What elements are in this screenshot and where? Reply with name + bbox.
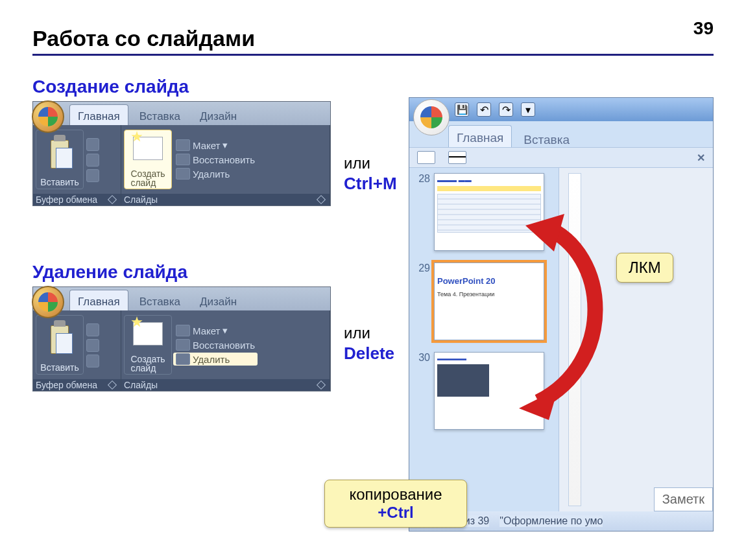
callout-copy: копирование +Ctrl xyxy=(324,480,467,528)
slide-thumb-29[interactable]: PowerPoint 20 Тема 4. Презентации xyxy=(434,262,544,340)
office-button-icon-2 xyxy=(32,286,64,318)
reset-button-2[interactable]: Восстановить xyxy=(173,338,258,351)
section-heading-create: Создание слайда xyxy=(32,76,383,97)
new-slide-label-2: Создать слайд xyxy=(130,355,165,373)
format-painter-icon-2[interactable] xyxy=(86,355,99,368)
slides-group-label-2: Слайды xyxy=(124,380,158,390)
callout-lmb: ЛКМ xyxy=(616,253,673,283)
office-button-icon xyxy=(32,100,64,133)
slide-title: Работа со слайдами xyxy=(32,26,714,51)
slide-thumbnail-panel: 28 ▬▬▬ ▬▬ 29 PowerPoint 20 Тема 4. Презе… xyxy=(409,168,559,511)
layout-button[interactable]: Макет ▾ xyxy=(173,139,258,152)
format-painter-icon[interactable] xyxy=(86,169,99,182)
delete-slide-button[interactable]: Удалить xyxy=(173,167,258,180)
ribbon-tab-design[interactable]: Дизайн xyxy=(191,104,245,125)
slides-dialog-icon[interactable] xyxy=(317,195,326,204)
reset-label-2: Восстановить xyxy=(193,340,255,351)
pp-tab-insert[interactable]: Вставка xyxy=(523,133,570,147)
hotkey-ctrl-m: Ctrl+M xyxy=(344,174,397,194)
cut-icon[interactable] xyxy=(86,138,99,151)
callout-lmb-text: ЛКМ xyxy=(629,259,661,276)
section-heading-delete: Удаление слайда xyxy=(32,262,383,283)
paste-button[interactable]: Вставить xyxy=(36,130,84,189)
clipboard-dialog-icon[interactable] xyxy=(108,195,117,204)
slides-pane-icon[interactable] xyxy=(417,151,435,164)
slides-dialog-icon-2[interactable] xyxy=(317,380,326,390)
ribbon-tab-insert-2[interactable]: Вставка xyxy=(131,290,189,310)
hotkey-delete: Delete xyxy=(344,344,394,364)
page-number: 39 xyxy=(693,18,714,39)
paste-button-2[interactable]: Вставить xyxy=(36,315,84,375)
copy-icon-2[interactable] xyxy=(86,339,99,352)
cut-icon-2[interactable] xyxy=(86,323,99,336)
clipboard-group-label: Буфер обмена xyxy=(36,194,97,205)
title-underline xyxy=(32,54,714,56)
layout-button-2[interactable]: Макет ▾ xyxy=(173,324,258,337)
callout-copy-text: копирование xyxy=(349,485,442,503)
slides-group-label: Слайды xyxy=(124,194,158,205)
thumb29-title: PowerPoint 20 xyxy=(437,276,541,286)
slide-thumb-28[interactable]: ▬▬▬ ▬▬ xyxy=(434,173,544,251)
thumb-number-28: 28 xyxy=(415,173,430,185)
delete-label: Удалить xyxy=(193,169,230,180)
reset-button[interactable]: Восстановить xyxy=(173,153,258,166)
callout-copy-hotkey: +Ctrl xyxy=(378,504,413,521)
status-theme: "Оформление по умо xyxy=(499,515,603,527)
layout-label: Макет xyxy=(193,140,220,151)
ribbon-screenshot-create: Главная Вставка Дизайн Вставить xyxy=(32,101,331,206)
ribbon-tab-insert[interactable]: Вставка xyxy=(131,104,189,125)
close-pane-icon[interactable]: ✕ xyxy=(697,152,705,164)
or-text-1: или xyxy=(344,154,370,172)
qat-save-icon[interactable]: 💾 xyxy=(455,102,469,117)
qat-undo-icon[interactable]: ↶ xyxy=(477,102,491,117)
notes-pane[interactable]: Заметк xyxy=(654,487,713,511)
ribbon-tab-design-2[interactable]: Дизайн xyxy=(191,290,245,310)
thumb-number-29: 29 xyxy=(415,262,430,274)
office-button[interactable] xyxy=(413,99,450,135)
new-slide-label: Создать слайд xyxy=(130,169,165,187)
delete-slide-button-hl[interactable]: Удалить xyxy=(173,353,258,366)
new-slide-button[interactable]: Создать слайд xyxy=(124,130,172,189)
paste-label-2: Вставить xyxy=(40,362,78,373)
layout-label-2: Макет xyxy=(193,325,220,336)
ribbon-tab-home-2[interactable]: Главная xyxy=(69,290,128,310)
ribbon-screenshot-delete: Главная Вставка Дизайн Вставить xyxy=(32,286,331,391)
clipboard-dialog-icon-2[interactable] xyxy=(108,380,117,390)
or-text-2: или xyxy=(344,324,370,342)
qat-redo-icon[interactable]: ↷ xyxy=(499,102,513,117)
vertical-ruler xyxy=(568,173,581,506)
new-slide-button-2[interactable]: Создать слайд xyxy=(124,315,172,375)
thumb-number-30: 30 xyxy=(415,352,430,364)
slide-editor[interactable] xyxy=(559,168,713,511)
clipboard-group-label-2: Буфер обмена xyxy=(36,380,97,390)
reset-label: Восстановить xyxy=(193,154,255,165)
qat-more-icon[interactable]: ▾ xyxy=(521,102,535,117)
paste-label: Вставить xyxy=(40,177,78,187)
outline-pane-icon[interactable] xyxy=(448,151,466,164)
powerpoint-window: 💾 ↶ ↷ ▾ Главная Вставка ✕ 28 ▬▬▬ ▬▬ xyxy=(409,97,714,531)
slide-thumb-30[interactable]: ▬▬▬▬▬ xyxy=(434,352,544,430)
thumb29-sub: Тема 4. Презентации xyxy=(437,291,541,298)
ribbon-tab-home[interactable]: Главная xyxy=(69,104,128,125)
delete-label-hl: Удалить xyxy=(193,354,230,365)
pp-tab-home[interactable]: Главная xyxy=(448,125,512,147)
copy-icon[interactable] xyxy=(86,154,99,167)
